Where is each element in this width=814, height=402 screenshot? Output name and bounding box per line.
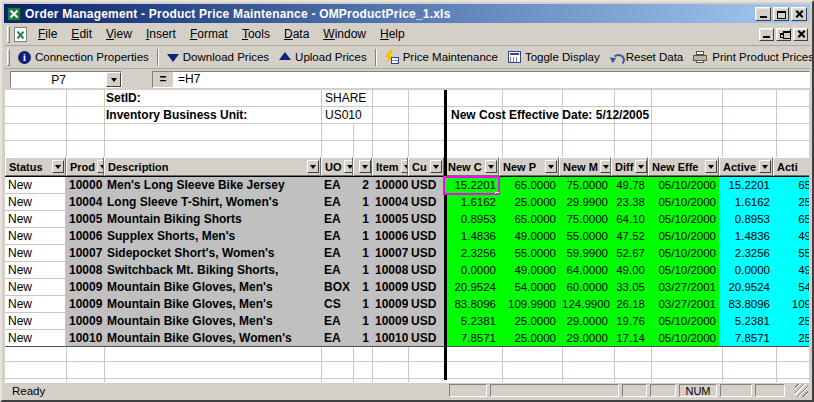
cell-diff[interactable]: 52.67 [611, 245, 648, 262]
business-unit-value[interactable]: US010 [325, 107, 364, 123]
cell-cu[interactable]: USD [408, 330, 444, 347]
menu-item-view[interactable]: View [99, 25, 139, 43]
cell-cu[interactable]: USD [408, 245, 444, 262]
filter-dropdown-diff[interactable] [635, 160, 647, 173]
cell-status[interactable]: New [5, 228, 66, 245]
cell-diff[interactable]: 49.00 [611, 262, 648, 279]
filter-dropdown-neweffe[interactable] [705, 160, 717, 173]
menu-item-help[interactable]: Help [373, 25, 412, 43]
cell-neweffe[interactable]: 05/10/2000 [648, 245, 719, 262]
cell-desc[interactable]: Switchback Mt. Biking Shorts, [104, 262, 321, 279]
cell-uo[interactable]: EA [321, 211, 353, 228]
filter-dropdown-desc[interactable] [307, 160, 319, 173]
menu-item-window[interactable]: Window [316, 25, 373, 43]
column-header-prod[interactable]: Prod [66, 157, 104, 176]
cell-desc[interactable]: Men's Long Sleeve Bike Jersey [104, 177, 321, 194]
cell-item[interactable]: 10009 [372, 279, 408, 296]
cell-uo[interactable]: EA [321, 313, 353, 330]
cell-prod[interactable]: 10004 [66, 194, 104, 211]
cell-item[interactable]: 10004 [372, 194, 408, 211]
filter-dropdown-qty[interactable] [359, 160, 371, 173]
cell-uo[interactable]: BOX [321, 279, 353, 296]
cell-cu[interactable]: USD [408, 296, 444, 313]
cell-cu[interactable]: USD [408, 279, 444, 296]
cell-newp[interactable]: 25.0000 [499, 313, 559, 330]
cell-diff[interactable]: 64.10 [611, 211, 648, 228]
cell-active[interactable]: 15.2201 [719, 177, 773, 194]
workbook-close-button[interactable] [793, 28, 808, 41]
menu-item-insert[interactable]: Insert [139, 25, 183, 43]
cell-neweffe[interactable]: 05/10/2000 [648, 177, 719, 194]
cell-newc[interactable]: 1.4836 [444, 228, 499, 245]
column-header-qty[interactable] [353, 157, 372, 176]
cell-newc[interactable]: 2.3256 [444, 245, 499, 262]
cell-newp[interactable]: 49.0000 [499, 262, 559, 279]
column-header-neweffe[interactable]: New Effe [648, 157, 719, 176]
cell-newm[interactable]: 64.0000 [559, 262, 611, 279]
cell-newm[interactable]: 124.9900 [559, 296, 611, 313]
cell-newc[interactable]: 0.0000 [444, 262, 499, 279]
cell-active[interactable]: 5.2381 [719, 313, 773, 330]
filter-dropdown-newm[interactable] [600, 160, 611, 173]
menu-item-format[interactable]: Format [183, 25, 235, 43]
filter-dropdown-uo[interactable] [344, 160, 354, 173]
cell-acti[interactable]: 54 [773, 279, 809, 296]
cell-neweffe[interactable]: 05/10/2000 [648, 330, 719, 347]
cell-cu[interactable]: USD [408, 228, 444, 245]
cell-cu[interactable]: USD [408, 177, 444, 194]
cell-diff[interactable]: 47.52 [611, 228, 648, 245]
cell-neweffe[interactable]: 05/10/2000 [648, 211, 719, 228]
column-header-diff[interactable]: Diff [611, 157, 648, 176]
cell-newc[interactable]: 0.8953 [444, 211, 499, 228]
cell-newp[interactable]: 65.0000 [499, 177, 559, 194]
cell-status[interactable]: New [5, 279, 66, 296]
fill-handle[interactable] [495, 192, 499, 194]
workbook-minimize-button[interactable] [759, 28, 774, 41]
cell-item[interactable]: 10009 [372, 313, 408, 330]
cell-active[interactable]: 0.0000 [719, 262, 773, 279]
cell-newp[interactable]: 65.0000 [499, 211, 559, 228]
toolbar-button-price-maintenance[interactable]: Price Maintenance [380, 48, 503, 66]
cell-status[interactable]: New [5, 313, 66, 330]
column-header-uo[interactable]: UO [321, 157, 353, 176]
cell-prod[interactable]: 10000 [66, 177, 104, 194]
cell-newp[interactable]: 49.0000 [499, 228, 559, 245]
cell-qty[interactable]: 1 [353, 211, 372, 228]
toolbar-button-print-product-prices[interactable]: Print Product Prices [688, 49, 814, 65]
menu-item-data[interactable]: Data [277, 25, 316, 43]
cell-prod[interactable]: 10008 [66, 262, 104, 279]
cell-uo[interactable]: EA [321, 330, 353, 347]
filter-dropdown-prod[interactable] [97, 160, 104, 173]
cell-item[interactable]: 10005 [372, 211, 408, 228]
menu-item-tools[interactable]: Tools [235, 25, 277, 43]
column-header-desc[interactable]: Description [104, 157, 321, 176]
cell-prod[interactable]: 10010 [66, 330, 104, 347]
column-header-active[interactable]: Active [719, 157, 773, 176]
cell-acti[interactable]: 65 [773, 211, 809, 228]
filter-dropdown-status[interactable] [52, 160, 64, 173]
cell-uo[interactable]: EA [321, 245, 353, 262]
cell-diff[interactable]: 23.38 [611, 194, 648, 211]
cell-uo[interactable]: CS [321, 296, 353, 313]
cell-newc[interactable]: 1.6162 [444, 194, 499, 211]
cell-acti[interactable]: 109 [773, 296, 809, 313]
cell-acti[interactable]: 49 [773, 262, 809, 279]
cell-item[interactable]: 10000 [372, 177, 408, 194]
cell-diff[interactable]: 17.14 [611, 330, 648, 347]
cell-cu[interactable]: USD [408, 211, 444, 228]
menu-item-file[interactable]: File [31, 25, 64, 43]
cell-neweffe[interactable]: 05/10/2000 [648, 313, 719, 330]
cell-newm[interactable]: 29.9900 [559, 194, 611, 211]
column-header-status[interactable]: Status [5, 157, 66, 176]
cell-newm[interactable]: 75.0000 [559, 177, 611, 194]
cell-newm[interactable]: 60.0000 [559, 279, 611, 296]
filter-dropdown-item[interactable] [401, 160, 408, 173]
cell-newp[interactable]: 25.0000 [499, 330, 559, 347]
cell-diff[interactable]: 33.05 [611, 279, 648, 296]
formula-input[interactable]: =H7 [174, 71, 810, 88]
cell-status[interactable]: New [5, 245, 66, 262]
toolbar-button-toggle-display[interactable]: Toggle Display [503, 49, 605, 65]
cell-cu[interactable]: USD [408, 194, 444, 211]
cell-desc[interactable]: Mountain Biking Shorts [104, 211, 321, 228]
cell-neweffe[interactable]: 03/27/2001 [648, 279, 719, 296]
